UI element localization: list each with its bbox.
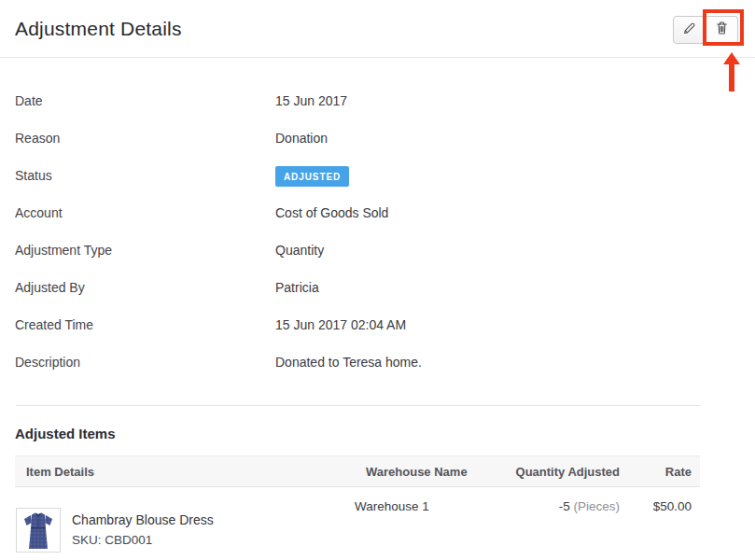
details-section: Date 15 Jun 2017 Reason Donation Status … [0,58,755,392]
adjusted-items-heading: Adjusted Items [15,426,755,441]
field-row-description: Description Donated to Teresa home. [15,355,740,392]
page-header: Adjustment Details [0,0,755,58]
table-header-row: Item Details Warehouse Name Quantity Adj… [15,456,700,487]
field-label: Adjustment Type [15,243,275,258]
field-row-date: Date 15 Jun 2017 [15,93,740,131]
field-label: Reason [15,131,275,146]
field-value: 15 Jun 2017 [275,93,347,108]
field-label: Description [15,355,275,370]
field-row-created-time: Created Time 15 Jun 2017 02:04 AM [15,317,740,355]
field-row-adjusted-by: Adjusted By Patricia [15,280,740,317]
field-row-status: Status ADJUSTED [15,168,740,205]
field-label: Created Time [15,317,275,332]
column-quantity-adjusted: Quantity Adjusted [476,456,627,487]
item-quantity-adjusted: -5 (Pieces) [476,487,627,553]
quantity-value: -5 [559,499,570,513]
field-value: ADJUSTED [275,168,349,187]
item-warehouse: Warehouse 1 [355,487,476,553]
table-row: Chambray Blouse Dress SKU: CBD001 Wareho… [15,487,700,553]
edit-button[interactable] [673,16,706,44]
field-value: Patricia [275,280,319,295]
status-badge: ADJUSTED [275,166,349,187]
field-value: 15 Jun 2017 02:04 AM [275,317,406,332]
field-label: Status [15,168,275,183]
quantity-unit: (Pieces) [573,499,620,513]
field-value: Donated to Teresa home. [275,355,422,370]
adjusted-items-table: Item Details Warehouse Name Quantity Adj… [15,455,700,553]
delete-button[interactable] [706,16,738,44]
column-rate: Rate [627,456,700,487]
field-row-account: Account Cost of Goods Sold [15,205,740,243]
field-value: Quantity [275,243,324,258]
section-divider [16,405,700,406]
field-value: Cost of Goods Sold [275,205,388,220]
item-sku: SKU: CBD001 [72,533,214,547]
item-name: Chambray Blouse Dress [72,511,214,529]
field-label: Adjusted By [15,280,275,295]
field-value: Donation [275,131,328,146]
column-item-details: Item Details [15,456,355,487]
field-label: Account [15,205,275,220]
item-rate: $50.00 [627,487,700,553]
toolbar [673,16,738,44]
trash-icon [715,21,729,38]
field-label: Date [15,93,275,108]
column-warehouse-name: Warehouse Name [355,456,476,487]
page-title: Adjustment Details [15,18,182,40]
field-row-reason: Reason Donation [15,131,740,168]
pencil-icon [682,21,696,38]
adjusted-items-section: Adjusted Items Item Details Warehouse Na… [0,426,755,553]
product-image [16,508,61,553]
field-row-adjustment-type: Adjustment Type Quantity [15,243,740,280]
